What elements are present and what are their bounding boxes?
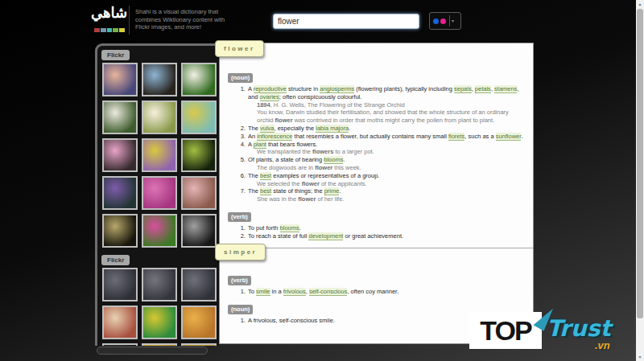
flickr-thumbnail-peach-rose[interactable] [102, 63, 138, 96]
highlighted-term: flower [302, 180, 320, 187]
definitions-panel: (noun)A reproductive structure in angios… [219, 43, 534, 344]
term-tag-simper[interactable]: simper [215, 244, 266, 260]
definition-link[interactable]: angiosperms [320, 85, 354, 93]
flickr-thumbnail-green-orchid[interactable] [181, 138, 217, 172]
flickr-thumbnail-band-stage-2[interactable] [142, 268, 177, 302]
flickr-thumbnail-red-dress-kitchen[interactable] [102, 306, 138, 339]
flickr-thumbnail-thistle[interactable] [102, 214, 138, 248]
definition-text: The dogwoods are in [257, 164, 315, 171]
flickr-thumbnail-pink-clover[interactable] [142, 214, 177, 248]
flickr-thumbnail-green-performer[interactable] [142, 306, 177, 339]
flickr-thumbnail-white-wildflowers[interactable] [102, 101, 138, 134]
flickr-thumbnail-yellow-stage-1[interactable] [142, 343, 177, 346]
definition-link[interactable]: ovaries [260, 93, 279, 101]
definition-text: that bears flowers. [266, 141, 317, 148]
definition-link[interactable]: frivolous [283, 288, 306, 296]
flickr-thumbnail-magenta-cluster[interactable] [142, 176, 177, 210]
flower-thumbnail-grid [102, 63, 219, 248]
browser-scrollbar[interactable]: ▲ ▼ [636, 0, 644, 361]
definition-text: She was in the [257, 195, 298, 203]
shahi-visual-dictionary-page: شاهي Shahi is a visual dictionary that c… [0, 0, 644, 361]
flickr-thumbnail-band-stage-1[interactable] [102, 268, 138, 302]
pos-badge: (noun) [228, 73, 253, 83]
flickr-thumbnail-white-flower-green[interactable] [181, 63, 217, 96]
definition-text: structure in [287, 85, 320, 92]
definition-text: in a [270, 288, 283, 295]
flickr-thumbnail-sky-silhouette[interactable] [142, 63, 177, 96]
definition-text: The [248, 187, 260, 195]
definition-link[interactable]: vulva [260, 125, 275, 133]
flower-image-section: Flickr [97, 46, 219, 248]
flickr-thumbnail-guitarist-orange[interactable] [181, 306, 217, 339]
flickr-thumbnail-red-buds-teal[interactable] [181, 101, 217, 134]
definition-link[interactable]: inflorescence [257, 133, 292, 141]
flickr-source-button[interactable]: ▾ [429, 12, 461, 30]
flickr-thumbnail-pink-cyclamen[interactable] [102, 138, 138, 172]
scrollbar-thumb[interactable] [637, 9, 643, 318]
definition-text: . [349, 125, 350, 132]
pos-badge: (verb) [228, 212, 251, 222]
watermark-top-text: TOP [480, 315, 530, 347]
flickr-pink-dot-icon [440, 18, 446, 24]
scrollbar-up-arrow[interactable]: ▲ [636, 0, 644, 8]
definition-link[interactable]: sunflower [496, 133, 522, 141]
definition-link[interactable]: development [308, 232, 343, 240]
definition-link[interactable]: blooms [280, 224, 299, 232]
sense-item: To put forth blooms. [247, 224, 523, 232]
definition-text: To reach a state of full [248, 232, 308, 240]
flickr-thumbnail-dark-stage[interactable] [102, 343, 138, 346]
definition-link[interactable]: florets [448, 133, 464, 141]
flickr-thumbnail-bw-rose[interactable] [181, 214, 217, 248]
scrollbar-down-arrow[interactable]: ▼ [636, 353, 644, 361]
search-input[interactable] [273, 14, 419, 29]
definition-text: that resembles a flower, but actually co… [292, 133, 448, 140]
definition-text: , such as a [464, 133, 495, 140]
sense-item: The best examples or representatives of … [247, 172, 523, 188]
definition-link[interactable]: self-conscious [309, 288, 348, 296]
sense-item: An inflorescence that resembles a flower… [247, 133, 523, 141]
flickr-thumbnail-flower-crown-portrait[interactable] [181, 176, 217, 210]
definition-text: of her life. [316, 195, 344, 203]
watermark-vn-text: .vn [595, 339, 610, 351]
flickr-thumbnail-yellow-stage-2[interactable] [181, 343, 217, 346]
definition-text: We transplanted the [257, 148, 312, 155]
term-tag-flower[interactable]: flower [215, 40, 264, 57]
example-quote: We selected the flower of the applicants… [257, 180, 523, 188]
highlighted-term: 1894 [257, 101, 270, 109]
definition-link[interactable]: blooms [324, 156, 343, 164]
definition-text: state of things; the [271, 187, 324, 195]
definition-link[interactable]: sepals [454, 85, 472, 93]
highlighted-term: flowers [312, 148, 333, 155]
toptrust-watermark: TOP Trust .vn [469, 307, 634, 357]
sense-item: The best state of things; the prime.She … [247, 187, 523, 203]
flickr-section-badge[interactable]: Flickr [101, 50, 130, 60]
definition-link[interactable]: reproductive [254, 85, 287, 93]
definition-text: The [248, 172, 260, 179]
flickr-section-badge[interactable]: Flickr [101, 255, 130, 265]
definition-link[interactable]: smile [256, 288, 270, 296]
logo-color-bar [113, 28, 118, 32]
definition-text: , often coy manner. [347, 288, 398, 295]
highlighted-term: flower [275, 117, 293, 124]
flickr-thumbnail-purple-bloom[interactable] [102, 176, 138, 210]
pos-badge: (verb) [228, 276, 251, 285]
definition-link[interactable]: stamens [494, 85, 517, 93]
definition-link[interactable]: best [260, 187, 271, 195]
definition-link[interactable]: labia majora [316, 125, 349, 133]
chevron-down-icon[interactable]: ▾ [452, 13, 454, 29]
logo-color-bar [101, 28, 106, 32]
logo-color-bars [94, 28, 125, 32]
tagline-line: combines Wiktionary content with [135, 16, 225, 24]
definition-text: To [248, 288, 256, 295]
definition-text: . [521, 133, 522, 140]
highlighted-term: flower [298, 195, 316, 203]
definition-link[interactable]: petals [475, 85, 491, 93]
definition-link[interactable]: prime [324, 187, 340, 195]
definition-link[interactable]: best [260, 172, 271, 180]
flickr-thumbnail-flower-field[interactable] [142, 138, 177, 172]
flickr-thumbnail-band-stage-3[interactable] [181, 268, 217, 302]
flickr-thumbnail-white-blossoms[interactable] [142, 101, 177, 134]
shahi-logo[interactable]: شاهي [91, 4, 126, 22]
definition-link[interactable]: plant [254, 141, 266, 149]
panel-bottom-scroll-bar[interactable] [97, 347, 208, 355]
